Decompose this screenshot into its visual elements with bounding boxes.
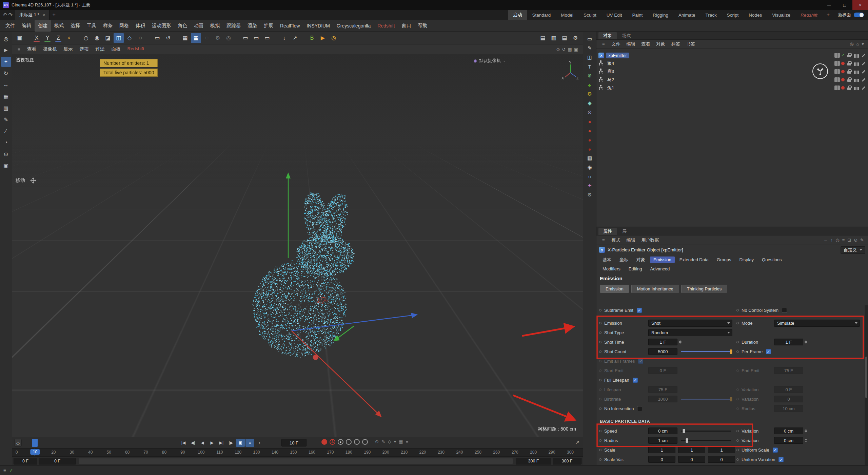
animation-tag-icon[interactable] — [854, 54, 859, 58]
vp-menu-选项[interactable]: 选项 — [76, 46, 92, 52]
x-axis-lock-button[interactable]: X — [32, 33, 42, 43]
anim-dot-icon[interactable] — [599, 360, 601, 362]
layout-tab-启动[interactable]: 启动 — [508, 10, 527, 20]
ruler-tick-270[interactable]: 270 — [512, 450, 518, 455]
undo-icon[interactable]: ↶ — [3, 12, 7, 18]
vp-menu-摄像机[interactable]: 摄像机 — [40, 46, 60, 52]
vp-grid-icon[interactable]: ▦ — [568, 47, 572, 52]
vp-menu-显示[interactable]: 显示 — [60, 46, 76, 52]
sub-tab-emission[interactable]: Emission — [600, 285, 629, 293]
om-home-icon[interactable]: ⌂ — [856, 41, 859, 46]
ruler-tick-110[interactable]: 110 — [216, 450, 223, 455]
field-shot-time[interactable]: 1 F — [648, 339, 677, 345]
keyframe-pen-icon[interactable]: ✎ — [381, 439, 385, 444]
anim-dot-icon[interactable] — [736, 322, 739, 324]
menu-样条[interactable]: 样条 — [100, 20, 116, 32]
record-pla-toggle[interactable] — [362, 439, 368, 445]
current-frame-field[interactable]: 10 F — [281, 439, 307, 446]
autokey-button[interactable]: A — [330, 439, 335, 445]
am-up-icon[interactable]: ↑ — [831, 238, 833, 243]
section-tab-advanced[interactable]: Advanced — [647, 266, 673, 272]
ruler-tick-230[interactable]: 230 — [438, 450, 445, 455]
new-interface-toggle[interactable]: 新界面 — [834, 12, 868, 18]
field-variation[interactable]: 0 cm — [774, 428, 803, 434]
mesh-tool-icon[interactable]: ▧ — [1, 103, 11, 113]
polygon-mode-icon[interactable]: ◫ — [114, 33, 124, 43]
ruler-tick-150[interactable]: 150 — [290, 450, 297, 455]
tab-objects[interactable]: 对象 — [598, 32, 617, 39]
layout-tab-redshift[interactable]: Redshift — [795, 10, 823, 20]
dropdown-mode[interactable]: Simulate — [774, 320, 860, 327]
field-variation[interactable]: 0 — [774, 396, 803, 402]
checkbox-uniform-variation[interactable] — [778, 457, 784, 462]
animation-tag-icon[interactable] — [854, 71, 859, 74]
ruler-tick-160[interactable]: 160 — [309, 450, 315, 455]
capsule-a-icon[interactable]: ▭ — [240, 33, 251, 43]
anim-dot-icon[interactable] — [736, 430, 739, 432]
enabled-check-icon[interactable]: ✓ — [841, 53, 845, 58]
field-variation[interactable]: 0 F — [774, 386, 803, 393]
anim-dot-icon[interactable] — [599, 458, 601, 461]
visibility-dots-icon[interactable] — [834, 53, 840, 58]
vp-target-icon[interactable]: ⊙ — [556, 47, 560, 52]
checkbox-per-frame[interactable] — [766, 349, 771, 354]
snap-target-icon[interactable]: ◎ — [223, 33, 234, 43]
object-row-马2[interactable]: 马2 — [596, 76, 868, 84]
section-tab-groups[interactable]: Groups — [713, 256, 735, 263]
menu-扩展[interactable]: 扩展 — [260, 20, 277, 32]
slider-handle[interactable] — [730, 397, 732, 401]
bullet-badge-icon[interactable]: B — [307, 33, 317, 43]
ruler-tick-90[interactable]: 90 — [180, 450, 185, 455]
layout-tab-track[interactable]: Track — [701, 10, 722, 20]
timeline-menu-icon[interactable]: ≡ — [406, 439, 409, 444]
edit-tag-icon[interactable] — [861, 53, 866, 58]
slider-handle[interactable] — [730, 349, 732, 354]
toggle-switch-icon[interactable] — [854, 13, 864, 17]
om-burger-icon[interactable]: ≡ — [599, 41, 608, 46]
layout-tab-uv-edit[interactable]: UV Edit — [601, 10, 627, 20]
knife-tool-icon[interactable]: ∕ — [1, 126, 11, 136]
minimize-button[interactable]: ─ — [821, 0, 837, 10]
viewport-3d[interactable]: 透视视图 ◉ 默认摄像机 ⌄ Number of emitters: 1 Tot… — [12, 54, 583, 437]
menu-文件[interactable]: 文件 — [2, 20, 18, 32]
anim-dot-icon[interactable] — [599, 369, 601, 372]
am-menu-模式[interactable]: 模式 — [609, 237, 624, 243]
menu-渲染[interactable]: 渲染 — [244, 20, 260, 32]
status-menu-icon[interactable]: ≡ — [3, 468, 6, 473]
y-axis-lock-button[interactable]: Y — [42, 33, 53, 43]
tab-layers[interactable]: 层 — [617, 228, 631, 235]
edge-mode-icon[interactable]: ◌ — [135, 33, 145, 43]
spin-up-icon[interactable] — [679, 340, 682, 342]
timer-tool-icon[interactable]: ◔ — [1, 137, 11, 148]
prev-frame-button[interactable]: ◀ — [198, 439, 207, 447]
param-anim-toggle[interactable]: ≡ — [245, 439, 254, 447]
anim-dot-icon[interactable] — [736, 309, 739, 311]
menu-编辑[interactable]: 编辑 — [18, 20, 35, 32]
anim-dot-icon[interactable] — [599, 309, 601, 311]
sound-toggle[interactable]: ♪ — [255, 439, 264, 447]
field-radius[interactable]: 1 cm — [648, 437, 677, 444]
generator-icon[interactable]: ◫ — [585, 53, 594, 61]
am-search-icon[interactable]: ◎ — [835, 238, 839, 243]
rs-material-3-icon[interactable]: ● — [585, 136, 594, 144]
ruler-tick-220[interactable]: 220 — [419, 450, 426, 455]
menu-跟踪器[interactable]: 跟踪器 — [223, 20, 244, 32]
render-view-icon[interactable]: ▤ — [538, 33, 548, 43]
am-menu-编辑[interactable]: 编辑 — [624, 237, 638, 243]
viewport-solo-icon[interactable]: ▣ — [15, 33, 25, 43]
range-end-field-a[interactable]: 300 F — [516, 458, 551, 464]
am-burger-icon[interactable]: ≡ — [599, 238, 608, 243]
rs-material-4-icon[interactable]: ● — [585, 145, 594, 153]
lock-icon[interactable] — [847, 77, 852, 82]
z-axis-lock-button[interactable]: Z — [53, 33, 63, 43]
timeline-ruler[interactable]: 0102030405060708090100110120130140150160… — [12, 448, 583, 456]
ruler-tick-300[interactable]: 300 — [567, 450, 574, 455]
ruler-tick-60[interactable]: 60 — [125, 450, 130, 455]
asset-download-icon[interactable]: ↓ — [279, 33, 289, 43]
om-search-icon[interactable]: ◎ — [850, 41, 853, 46]
spin-up-icon[interactable] — [805, 340, 807, 342]
camera-object-icon[interactable]: ◉ — [585, 163, 594, 171]
spin-down-icon[interactable] — [805, 441, 807, 442]
viewport-burger-icon[interactable]: ≡ — [14, 47, 24, 52]
prev-key-button[interactable]: ◀| — [189, 439, 197, 447]
